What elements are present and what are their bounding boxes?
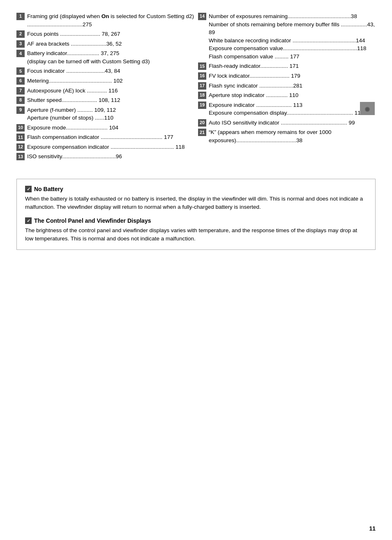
- note-body-text: The brightness of the control panel and …: [25, 226, 367, 243]
- item-number: 6: [16, 77, 25, 85]
- note-box: ✓No BatteryWhen the battery is totally e…: [16, 179, 376, 250]
- item-text: ISO sensitivity.........................…: [27, 152, 194, 161]
- list-item: 18Aperture stop indicator ..............…: [198, 91, 376, 99]
- list-item: 10Exposure mode.........................…: [16, 124, 194, 132]
- item-text: Exposure mode...........................…: [27, 124, 194, 132]
- item-text: Battery indicator..................... 3…: [27, 49, 194, 65]
- item-number: 4: [16, 50, 25, 57]
- item-text: Flash-ready indicator.................. …: [209, 62, 376, 70]
- item-number: 2: [16, 30, 25, 38]
- item-text: Aperture stop indicator .............. 1…: [209, 91, 376, 99]
- list-item: 9Aperture (f-number) .......... 109, 112…: [16, 106, 194, 122]
- list-item: 7Autoexposure (AE) lock ............. 11…: [16, 87, 194, 95]
- list-item: 13ISO sensitivity.......................…: [16, 152, 194, 161]
- item-text: Aperture (f-number) .......... 109, 112A…: [27, 106, 194, 122]
- list-item: 12Exposure compensation indicator ......…: [16, 143, 194, 151]
- right-column: 14Number of exposures remaining.........…: [198, 12, 376, 162]
- item-number: 8: [16, 97, 25, 104]
- item-text: Number of exposures remaining...........…: [209, 12, 376, 60]
- note-section-no-battery: ✓No BatteryWhen the battery is totally e…: [25, 186, 367, 212]
- list-item: 1Framing grid (displayed when On is sele…: [16, 12, 194, 28]
- item-number: 11: [16, 134, 25, 141]
- item-number: 17: [198, 82, 206, 90]
- item-number: 14: [198, 13, 206, 20]
- page-number: 11: [369, 525, 376, 532]
- note-body-text: When the battery is totally exhausted or…: [25, 195, 367, 212]
- item-text: Shutter speed....................... 108…: [27, 96, 194, 104]
- item-text: “K” (appears when memory remains for ove…: [209, 128, 376, 144]
- page: 1Framing grid (displayed when On is sele…: [0, 0, 392, 262]
- list-item: 21“K” (appears when memory remains for o…: [198, 128, 376, 144]
- list-item: 4Battery indicator..................... …: [16, 49, 194, 65]
- note-title: ✓The Control Panel and Viewfinder Displa…: [25, 217, 367, 224]
- item-number: 20: [198, 119, 206, 127]
- item-number: 13: [16, 153, 25, 160]
- item-number: 9: [16, 106, 25, 114]
- item-text: AF area brackets .......................…: [27, 40, 194, 48]
- list-item: 17Flash sync indicator .................…: [198, 82, 376, 90]
- content-area: 1Framing grid (displayed when On is sele…: [16, 12, 376, 162]
- svg-rect-3: [365, 104, 369, 106]
- item-number: 7: [16, 87, 25, 95]
- item-text: Focus indicator ........................…: [27, 67, 194, 75]
- list-item: 20Auto ISO sensitivity indicator .......…: [198, 119, 376, 127]
- list-item: 11Flash compensation indicator .........…: [16, 133, 194, 141]
- list-item: 15Flash-ready indicator.................…: [198, 62, 376, 70]
- item-number: 10: [16, 124, 25, 132]
- item-text: Autoexposure (AE) lock ............. 116: [27, 87, 194, 95]
- item-text: Auto ISO sensitivity indicator .........…: [209, 119, 376, 127]
- list-item: 6Metering...............................…: [16, 77, 194, 85]
- list-item: 2Focus points ..........................…: [16, 30, 194, 38]
- item-text: Exposure indicator .....................…: [209, 101, 376, 117]
- item-number: 1: [16, 13, 25, 20]
- item-number: 3: [16, 40, 25, 48]
- camera-icon: [360, 102, 375, 115]
- item-text: Framing grid (displayed when On is selec…: [27, 12, 194, 28]
- item-text: Metering................................…: [27, 77, 194, 85]
- list-item: 3AF area brackets ......................…: [16, 40, 194, 48]
- svg-point-2: [366, 108, 369, 111]
- left-column: 1Framing grid (displayed when On is sele…: [16, 12, 194, 162]
- note-section-control-panel: ✓The Control Panel and Viewfinder Displa…: [25, 217, 367, 243]
- list-item: 19Exposure indicator ...................…: [198, 101, 376, 117]
- item-text: Exposure compensation indicator ........…: [27, 143, 194, 151]
- item-text: Flash compensation indicator ...........…: [27, 133, 194, 141]
- check-icon: ✓: [25, 186, 32, 192]
- item-text: FV lock indicator.......................…: [209, 72, 376, 80]
- item-number: 5: [16, 67, 25, 75]
- item-text: Focus points .......................... …: [27, 30, 194, 38]
- item-number: 21: [198, 129, 206, 136]
- note-title-text: The Control Panel and Viewfinder Display…: [34, 217, 151, 224]
- item-number: 18: [198, 92, 206, 99]
- note-title: ✓No Battery: [25, 186, 367, 192]
- list-item: 5Focus indicator .......................…: [16, 67, 194, 75]
- list-item: 8Shutter speed....................... 10…: [16, 96, 194, 104]
- list-item: 16FV lock indicator.....................…: [198, 72, 376, 80]
- check-icon: ✓: [25, 217, 32, 224]
- item-number: 19: [198, 102, 206, 109]
- item-number: 16: [198, 72, 206, 80]
- item-number: 12: [16, 143, 25, 151]
- list-item: 14Number of exposures remaining.........…: [198, 12, 376, 60]
- item-text: Flash sync indicator ...................…: [209, 82, 376, 90]
- note-title-text: No Battery: [34, 186, 63, 192]
- item-number: 15: [198, 62, 206, 70]
